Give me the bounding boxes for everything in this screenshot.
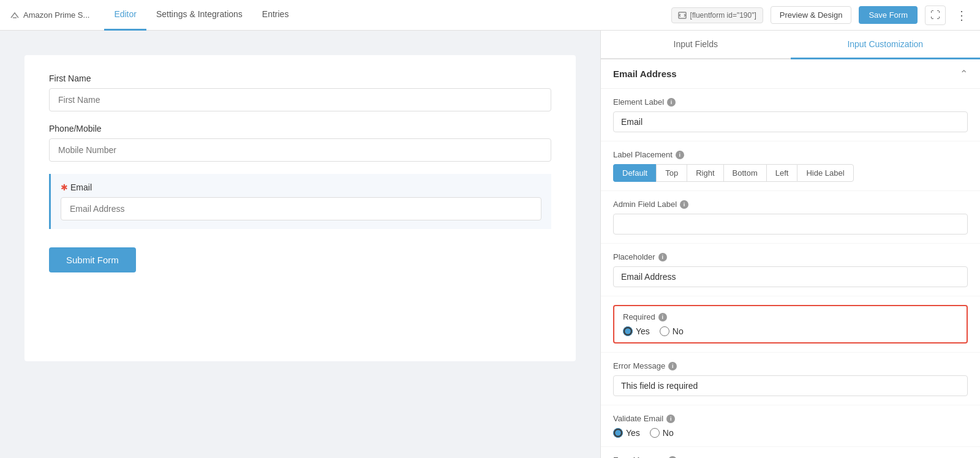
admin-field-label-info-icon: i: [680, 200, 688, 209]
main-layout: First Name Phone/Mobile ✱ Email Submit F…: [0, 31, 980, 458]
save-form-button[interactable]: Save Form: [859, 6, 918, 24]
shortcode-box[interactable]: [fluentform id="190"]: [671, 7, 763, 23]
label-placement-title: Label Placement i: [613, 150, 968, 159]
element-label-input[interactable]: [613, 111, 968, 132]
first-name-label: First Name: [49, 73, 551, 83]
element-label-info-icon: i: [667, 98, 676, 107]
nav-logo[interactable]: Amazon Prime S...: [10, 10, 89, 20]
email-field-group: ✱ Email: [49, 174, 551, 229]
required-star: ✱: [61, 182, 68, 192]
nav-tabs: Editor Settings & Integrations Entries: [104, 0, 671, 31]
tab-entries[interactable]: Entries: [252, 0, 299, 31]
more-options-button[interactable]: ⋮: [953, 6, 970, 25]
section-title: Email Address: [613, 69, 677, 79]
placement-top[interactable]: Top: [656, 164, 687, 182]
validate-email-title: Validate Email i: [613, 414, 968, 423]
required-box: Required i Yes No: [613, 305, 968, 344]
admin-field-label-title: Admin Field Label i: [613, 200, 968, 209]
error-message-title: Error Message i: [613, 361, 968, 370]
panel-content: Email Address ⌃ Element Label i Label Pl…: [601, 59, 980, 458]
placement-buttons: Default Top Right Bottom Left Hide Label: [613, 164, 968, 182]
error-message-input[interactable]: [613, 375, 968, 396]
validate-email-radio-group: Yes No: [613, 428, 968, 438]
required-no-label[interactable]: No: [660, 326, 684, 336]
panel-tabs: Input Fields Input Customization: [601, 31, 980, 59]
required-radio-group: Yes No: [623, 326, 958, 336]
form-canvas: First Name Phone/Mobile ✱ Email Submit F…: [24, 55, 576, 361]
error-message-row: Error Message i: [601, 353, 980, 405]
shortcode-text: [fluentform id="190"]: [690, 11, 756, 20]
validate-email-row: Validate Email i Yes No: [601, 405, 980, 447]
email-input[interactable]: [61, 197, 541, 220]
tab-input-fields[interactable]: Input Fields: [601, 31, 791, 59]
placeholder-input[interactable]: [613, 266, 968, 287]
preview-design-button[interactable]: Preview & Design: [771, 6, 852, 24]
tab-input-customization[interactable]: Input Customization: [791, 31, 981, 59]
submit-form-button[interactable]: Submit Form: [49, 247, 136, 272]
required-no-radio[interactable]: [660, 326, 669, 336]
placement-left[interactable]: Left: [766, 164, 797, 182]
collapse-icon[interactable]: ⌃: [960, 68, 968, 80]
placeholder-row: Placeholder i: [601, 244, 980, 296]
required-title: Required i: [623, 312, 958, 321]
first-name-field-group: First Name: [49, 73, 551, 111]
label-placement-info-icon: i: [676, 151, 684, 159]
validate-yes-label[interactable]: Yes: [613, 428, 640, 438]
form-area: First Name Phone/Mobile ✱ Email Submit F…: [0, 31, 600, 458]
placement-default[interactable]: Default: [613, 164, 656, 182]
element-label-title: Element Label i: [613, 97, 968, 107]
placement-bottom[interactable]: Bottom: [723, 164, 766, 182]
required-row: Required i Yes No: [601, 296, 980, 353]
validate-error-message-row: Error Message i: [601, 447, 980, 458]
required-info-icon: i: [658, 313, 667, 321]
placeholder-title: Placeholder i: [613, 252, 968, 261]
section-header: Email Address ⌃: [601, 59, 980, 89]
element-label-row: Element Label i: [601, 89, 980, 141]
validate-yes-radio[interactable]: [613, 428, 623, 438]
error-message-info-icon: i: [668, 362, 677, 370]
validate-email-info-icon: i: [666, 415, 675, 423]
label-placement-row: Label Placement i Default Top Right Bott…: [601, 141, 980, 191]
phone-field-group: Phone/Mobile: [49, 124, 551, 162]
placement-hide-label[interactable]: Hide Label: [797, 164, 853, 182]
phone-label: Phone/Mobile: [49, 124, 551, 133]
top-navigation: Amazon Prime S... Editor Settings & Inte…: [0, 0, 980, 31]
placeholder-info-icon: i: [658, 253, 667, 261]
expand-button[interactable]: ⛶: [925, 6, 946, 25]
first-name-input[interactable]: [49, 88, 551, 111]
validate-error-message-title: Error Message i: [613, 456, 968, 458]
validate-no-label[interactable]: No: [650, 428, 674, 438]
admin-field-label-row: Admin Field Label i: [601, 191, 980, 244]
nav-right: [fluentform id="190"] Preview & Design S…: [671, 6, 970, 25]
admin-field-label-input[interactable]: [613, 214, 968, 235]
tab-settings[interactable]: Settings & Integrations: [146, 0, 252, 31]
placement-right[interactable]: Right: [687, 164, 723, 182]
required-yes-radio[interactable]: [623, 326, 633, 336]
validate-error-message-info-icon: i: [668, 456, 677, 459]
phone-input[interactable]: [49, 138, 551, 162]
tab-editor[interactable]: Editor: [104, 0, 146, 31]
validate-no-radio[interactable]: [650, 428, 660, 438]
right-panel: Input Fields Input Customization Email A…: [600, 31, 980, 458]
required-yes-label[interactable]: Yes: [623, 326, 650, 336]
nav-logo-text: Amazon Prime S...: [23, 10, 89, 20]
email-label: ✱ Email: [61, 182, 541, 192]
